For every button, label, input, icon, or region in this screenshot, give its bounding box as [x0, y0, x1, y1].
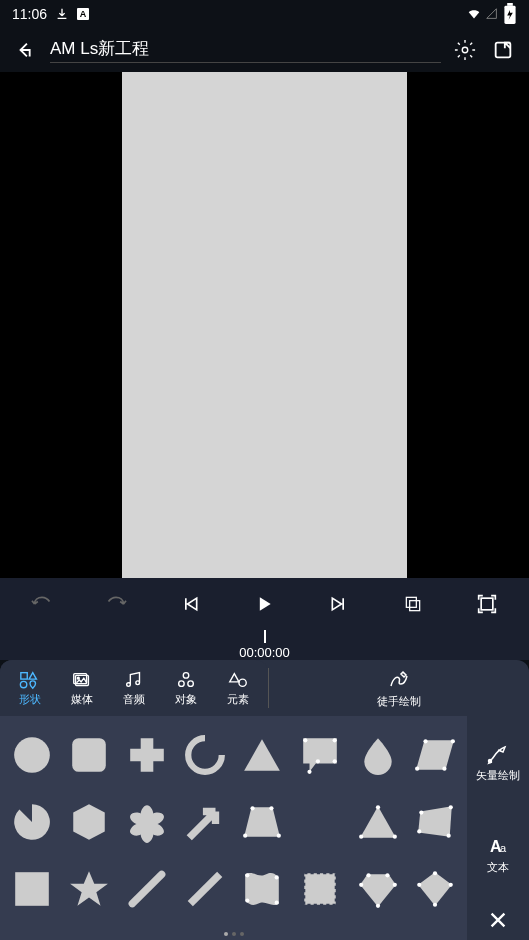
tab-object[interactable]: 对象	[160, 670, 212, 707]
svg-point-33	[251, 806, 255, 810]
shape-triangle[interactable]	[235, 722, 291, 787]
timeline-track[interactable]: 00:00:00	[0, 630, 529, 660]
svg-point-17	[239, 679, 246, 686]
svg-point-63	[449, 883, 453, 887]
svg-point-45	[417, 829, 421, 833]
svg-point-62	[433, 871, 437, 875]
shape-callout[interactable]	[292, 722, 348, 787]
svg-rect-1	[507, 3, 513, 6]
svg-point-42	[419, 810, 423, 814]
shape-diamond[interactable]	[350, 857, 406, 922]
close-button[interactable]	[484, 906, 512, 934]
playhead-icon	[264, 630, 266, 643]
svg-point-25	[307, 769, 311, 773]
svg-point-15	[188, 680, 194, 686]
svg-marker-20	[244, 739, 280, 771]
tab-audio[interactable]: 音频	[108, 670, 160, 707]
canvas[interactable]	[122, 72, 407, 578]
shape-arrow[interactable]	[177, 789, 233, 854]
signal-icon	[485, 7, 499, 21]
page-indicator	[0, 928, 467, 940]
svg-marker-26	[416, 740, 454, 769]
svg-marker-47	[71, 871, 109, 906]
tab-media[interactable]: 媒体	[56, 670, 108, 707]
fullscreen-button[interactable]	[473, 590, 501, 618]
shape-flower[interactable]	[119, 789, 175, 854]
svg-point-50	[246, 874, 250, 878]
svg-rect-7	[21, 672, 27, 678]
svg-marker-61	[418, 873, 452, 907]
svg-marker-31	[74, 804, 106, 840]
svg-point-12	[77, 677, 79, 679]
status-bar: 11:06 A	[0, 0, 529, 28]
svg-point-51	[275, 876, 279, 880]
shape-line-round[interactable]	[119, 857, 175, 922]
svg-point-30	[415, 766, 419, 770]
tool-freehand[interactable]: 徒手绘制	[269, 660, 529, 716]
shape-pie[interactable]	[4, 789, 60, 854]
shape-parallelogram[interactable]	[407, 722, 463, 787]
skip-end-button[interactable]	[325, 590, 353, 618]
svg-point-18	[14, 737, 50, 773]
shape-arc[interactable]	[177, 722, 233, 787]
svg-point-57	[385, 874, 389, 878]
undo-button[interactable]	[28, 590, 56, 618]
svg-point-59	[375, 904, 379, 908]
svg-point-14	[179, 680, 185, 686]
svg-rect-46	[15, 873, 49, 907]
shape-quad[interactable]	[407, 789, 463, 854]
tool-vector[interactable]: 矢量绘制	[467, 716, 529, 808]
svg-point-21	[303, 738, 307, 742]
shape-rounded-square[interactable]	[62, 722, 118, 787]
svg-marker-16	[230, 673, 239, 681]
canvas-area	[0, 72, 529, 578]
shape-line[interactable]	[177, 857, 233, 922]
redo-button[interactable]	[102, 590, 130, 618]
svg-point-22	[333, 738, 337, 742]
shape-kite[interactable]	[407, 857, 463, 922]
svg-point-58	[392, 883, 396, 887]
project-title[interactable]: AM Ls新工程	[50, 37, 441, 63]
svg-point-13	[183, 672, 189, 678]
shape-flag[interactable]	[235, 857, 291, 922]
shape-crescent[interactable]	[292, 789, 348, 854]
tool-text[interactable]: Aa 文本	[467, 808, 529, 900]
layers-button[interactable]	[399, 590, 427, 618]
svg-rect-4	[406, 597, 416, 607]
shape-triangle-edit[interactable]	[350, 789, 406, 854]
settings-button[interactable]	[451, 36, 479, 64]
shape-hexagon[interactable]	[62, 789, 118, 854]
shape-stamp[interactable]	[292, 857, 348, 922]
svg-text:a: a	[500, 842, 507, 854]
svg-marker-37	[360, 806, 396, 838]
svg-point-34	[270, 806, 274, 810]
svg-line-49	[190, 875, 219, 904]
svg-line-48	[132, 875, 161, 904]
svg-point-24	[316, 759, 320, 763]
play-button[interactable]	[250, 590, 278, 618]
shape-trapezoid[interactable]	[235, 789, 291, 854]
shape-square[interactable]	[4, 857, 60, 922]
timecode: 00:00:00	[239, 645, 290, 660]
svg-point-60	[359, 883, 363, 887]
shape-plus[interactable]	[119, 722, 175, 787]
tab-shape[interactable]: 形状	[4, 670, 56, 707]
wifi-icon	[467, 7, 481, 21]
svg-point-23	[333, 759, 337, 763]
svg-point-36	[243, 834, 247, 838]
skip-start-button[interactable]	[176, 590, 204, 618]
svg-point-27	[424, 739, 428, 743]
tab-element[interactable]: 元素	[212, 670, 264, 707]
export-button[interactable]	[489, 36, 517, 64]
svg-point-52	[275, 901, 279, 905]
shape-star[interactable]	[62, 857, 118, 922]
svg-rect-5	[409, 601, 419, 611]
svg-point-35	[277, 834, 281, 838]
shape-circle[interactable]	[4, 722, 60, 787]
svg-marker-32	[244, 807, 280, 836]
svg-point-2	[462, 47, 468, 53]
svg-point-40	[359, 835, 363, 839]
shape-drop[interactable]	[350, 722, 406, 787]
back-button[interactable]	[12, 36, 40, 64]
battery-icon	[503, 7, 517, 21]
